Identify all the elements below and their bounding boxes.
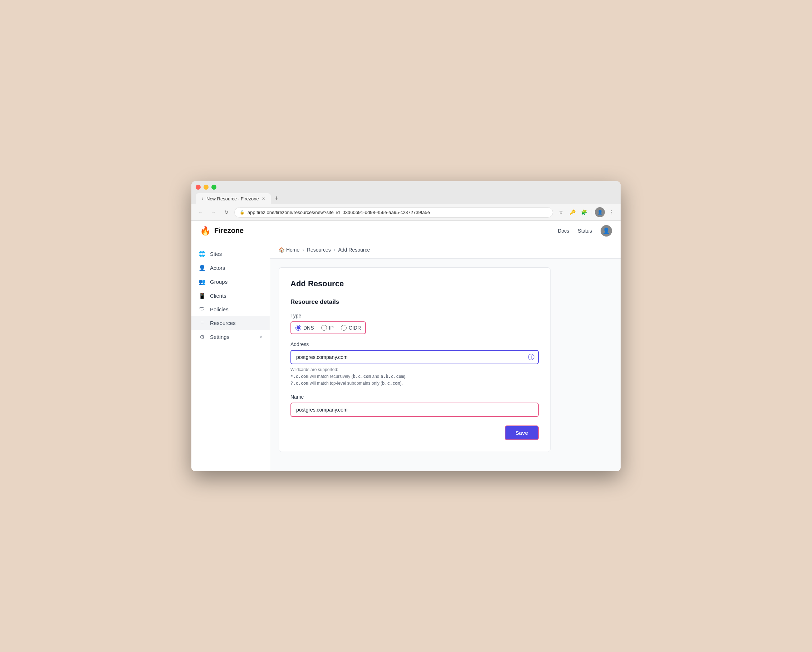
browser-tabs: ↓ New Resource · Firezone ✕ + [196,193,616,204]
form-actions: Save [290,425,539,440]
name-label: Name [290,394,539,400]
resources-icon: ≡ [198,320,206,326]
breadcrumb-home[interactable]: 🏠 Home [279,247,299,253]
hint-wildcard-star: *.c.com will match recursively (b.c.com … [290,374,406,379]
user-avatar[interactable]: 👤 [601,225,612,237]
form-title: Add Resource [290,279,539,288]
tab-close-button[interactable]: ✕ [262,196,265,201]
radio-ip-input[interactable] [321,325,327,331]
address-input[interactable] [290,350,539,364]
hint-wildcard-question: ?.c.com will match top-level subdomains … [290,381,403,386]
sidebar-item-clients[interactable]: 📱 Clients [191,289,270,303]
app-body: 🌐 Sites 👤 Actors 👥 Groups 📱 Clients 🛡 [191,241,621,471]
settings-icon: ⚙ [198,334,206,340]
close-button[interactable] [196,185,201,190]
active-tab[interactable]: ↓ New Resource · Firezone ✕ [196,193,271,204]
browser-chrome: ↓ New Resource · Firezone ✕ + [191,181,621,204]
extensions-button[interactable]: 🧩 [579,207,589,217]
new-tab-button[interactable]: + [272,194,281,204]
radio-cidr-input[interactable] [341,325,346,331]
toolbar-divider [592,209,592,216]
radio-ip-label: IP [329,325,334,331]
app-logo: 🔥 Firezone [200,226,244,236]
bookmark-button[interactable]: ☆ [556,207,566,217]
sidebar-item-policies[interactable]: 🛡 Policies [191,303,270,316]
sidebar-item-label: Resources [210,320,263,326]
header-nav: Docs Status 👤 [558,225,612,237]
url-text: app.firez.one/firezone/resources/new?sit… [247,210,548,215]
breadcrumb-sep-1: › [302,247,304,253]
breadcrumb: 🏠 Home › Resources › Add Resource [270,241,621,259]
content-area: Add Resource Resource details Type DNS [270,259,621,461]
traffic-lights [196,185,616,190]
type-label: Type [290,313,539,318]
sidebar: 🌐 Sites 👤 Actors 👥 Groups 📱 Clients 🛡 [191,241,270,471]
radio-cidr-label: CIDR [349,325,361,331]
sidebar-item-label: Settings [210,334,255,340]
app-container: 🔥 Firezone Docs Status 👤 🌐 Sites 👤 Actor… [191,221,621,471]
browser-toolbar: ← → ↻ 🔒 app.firez.one/firezone/resources… [191,204,621,221]
name-field-group: Name [290,394,539,417]
security-icon: 🔒 [240,210,245,215]
radio-cidr[interactable]: CIDR [341,325,361,331]
logo-text: Firezone [214,227,244,235]
sidebar-item-settings[interactable]: ⚙ Settings ∨ [191,330,270,344]
sites-icon: 🌐 [198,251,206,257]
address-label: Address [290,341,539,347]
forward-button[interactable]: → [209,207,218,217]
back-button[interactable]: ← [196,207,206,217]
profile-avatar[interactable]: 👤 [595,207,605,217]
save-button[interactable]: Save [505,425,539,440]
1password-button[interactable]: 🔑 [567,207,577,217]
address-field-group: Address ⓘ Wildcards are supported: *.c.c… [290,341,539,387]
sidebar-item-resources[interactable]: ≡ Resources [191,316,270,330]
groups-icon: 👥 [198,279,206,285]
sidebar-item-actors[interactable]: 👤 Actors [191,261,270,275]
address-hint: Wildcards are supported: *.c.com will ma… [290,366,539,387]
docs-link[interactable]: Docs [558,228,569,234]
sidebar-item-label: Groups [210,279,263,285]
form-card: Add Resource Resource details Type DNS [279,267,551,452]
type-radio-group: DNS IP CIDR [290,321,366,334]
maximize-button[interactable] [211,185,217,190]
name-input[interactable] [290,403,539,417]
sidebar-item-label: Actors [210,265,263,271]
breadcrumb-sep-2: › [334,247,336,253]
clients-icon: 📱 [198,292,206,299]
policies-icon: 🛡 [198,306,206,313]
sidebar-item-label: Clients [210,293,263,299]
status-link[interactable]: Status [578,228,592,234]
sidebar-item-label: Policies [210,306,263,312]
sidebar-item-label: Sites [210,251,263,257]
browser-window: ↓ New Resource · Firezone ✕ + ← → ↻ 🔒 ap… [191,181,621,471]
sidebar-item-sites[interactable]: 🌐 Sites [191,247,270,261]
radio-dns-label: DNS [303,325,314,331]
chevron-down-icon: ∨ [259,334,263,339]
sidebar-item-groups[interactable]: 👥 Groups [191,275,270,289]
hint-line1: Wildcards are supported: [290,367,338,372]
tab-favicon: ↓ [201,196,203,201]
breadcrumb-resources[interactable]: Resources [307,247,331,253]
main-content: 🏠 Home › Resources › Add Resource Add Re… [270,241,621,471]
more-menu-button[interactable]: ⋮ [606,207,616,217]
minimize-button[interactable] [203,185,209,190]
radio-dns[interactable]: DNS [296,325,314,331]
address-input-wrapper: ⓘ [290,350,539,364]
actors-icon: 👤 [198,265,206,271]
toolbar-actions: ☆ 🔑 🧩 👤 ⋮ [556,207,616,217]
section-title: Resource details [290,298,539,306]
type-field-group: Type DNS IP [290,313,539,334]
address-bar[interactable]: 🔒 app.firez.one/firezone/resources/new?s… [234,207,553,217]
logo-icon: 🔥 [200,226,211,236]
radio-dns-input[interactable] [296,325,301,331]
app-header: 🔥 Firezone Docs Status 👤 [191,221,621,241]
tab-title: New Resource · Firezone [206,196,259,202]
reload-button[interactable]: ↻ [221,207,232,217]
breadcrumb-current: Add Resource [338,247,370,253]
info-icon: ⓘ [528,353,534,361]
radio-ip[interactable]: IP [321,325,334,331]
